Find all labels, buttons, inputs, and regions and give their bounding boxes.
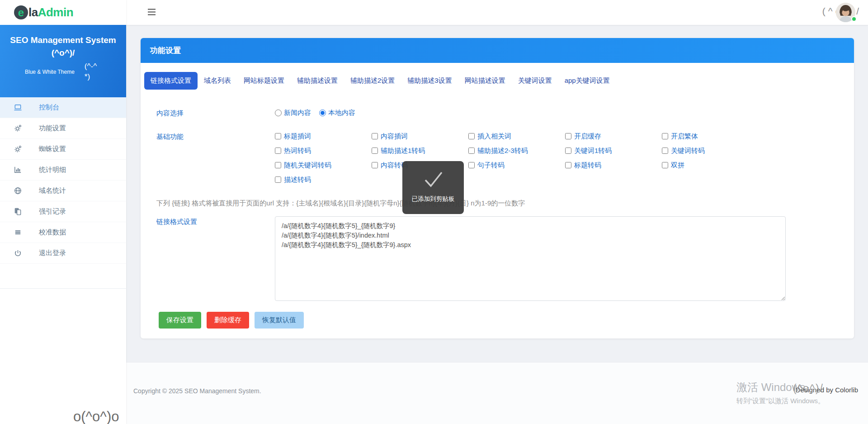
content-select-label: 内容选择 [156,109,184,118]
basic-functions-label: 基础功能 [156,133,184,141]
brand-logo-text: laAdmin [28,5,73,19]
tab-aux-desc-3[interactable]: 辅助描述3设置 [401,72,458,90]
tab-aux-desc[interactable]: 辅助描述设置 [291,72,344,90]
checkbox-item[interactable]: 插入相关词 [468,132,565,141]
checkbox-item[interactable]: 内容插词 [372,132,468,141]
checkbox-input[interactable] [372,133,378,139]
checkbox-input[interactable] [372,162,378,168]
checkbox-input[interactable] [275,162,281,168]
topbar: (^o^)/ [126,0,868,25]
checkmark-icon [419,168,447,191]
brand-logo-icon: e [14,5,28,19]
checkbox-input[interactable] [662,162,668,168]
watermark-line2: 转到“设置”以激活 Windows。 [736,397,825,405]
menu-toggle-icon[interactable] [147,9,156,17]
tab-domain-list[interactable]: 域名列表 [198,72,237,90]
checkbox-item[interactable]: 辅助描述1转码 [372,146,468,155]
checkbox-item[interactable]: 句子转码 [468,161,565,170]
tab-link-format[interactable]: 链接格式设置 [144,72,198,90]
sidebar-item-domain-stats[interactable]: 域名统计 [0,181,126,201]
delete-cache-button[interactable]: 删除缓存 [207,312,249,329]
checkbox-input[interactable] [468,133,475,139]
clipboard-toast: 已添加到剪贴板 [402,161,464,214]
sidebar-banner: SEO Management System (^o^)/ Blue & Whit… [0,25,126,97]
gears-icon [14,124,23,133]
checkbox-item[interactable]: 描述转码 [275,175,372,184]
card-title: 功能设置 [141,38,854,63]
sidebar-item-force-index-records[interactable]: 强引记录 [0,201,126,222]
sidebar-item-calibrate-data[interactable]: 校准数据 [0,222,126,243]
sidebar-item-function-settings[interactable]: 功能设置 [0,118,126,139]
checkbox-item[interactable]: 辅助描述2-3转码 [468,146,565,155]
tab-keywords[interactable]: 关键词设置 [512,72,558,90]
laptop-icon [14,103,23,112]
checkbox-input[interactable] [275,176,281,183]
content-select-group: 新闻内容 本地内容 [275,109,355,117]
sidebar-menu: 控制台 功能设置 蜘蛛设置 统计明细 域名统计 [0,97,126,289]
checkbox-input[interactable] [275,133,281,139]
checkbox-input[interactable] [565,148,571,154]
sidebar: e laAdmin SEO Management System (^o^)/ B… [0,0,126,424]
checkbox-item[interactable]: 关键词1转码 [565,146,662,155]
theme-label: Blue & White Theme [25,69,75,82]
radio-local-content-input[interactable] [319,110,326,116]
link-format-textarea[interactable]: /a/{随机数字4}{随机数字5}_{随机数字9} /a/{随机数字4}{随机数… [275,216,786,301]
sidebar-item-dashboard[interactable]: 控制台 [0,97,126,118]
paste-icon [14,207,23,216]
checkbox-input[interactable] [565,133,571,139]
bar-chart-icon [14,166,23,174]
tab-app-keywords[interactable]: app关键词设置 [558,72,616,90]
radio-news-content[interactable]: 新闻内容 [275,109,311,117]
checkbox-input[interactable] [662,133,668,139]
list-icon [14,228,23,237]
settings-card: 功能设置 链接格式设置 域名列表 网站标题设置 辅助描述设置 辅助描述2设置 辅… [141,38,854,338]
gears-icon [14,145,23,153]
brand-logo[interactable]: e laAdmin [0,0,126,25]
checkbox-input[interactable] [468,162,475,168]
sidebar-bottom-kaomoji: o(^o^)o [73,409,119,424]
tab-site-title[interactable]: 网站标题设置 [237,72,291,90]
save-settings-button[interactable]: 保存设置 [159,312,201,329]
sidebar-item-stats-detail[interactable]: 统计明细 [0,160,126,181]
action-buttons: 保存设置 删除缓存 恢复默认值 [159,312,304,329]
sidebar-item-logout[interactable]: 退出登录 [0,243,126,264]
radio-local-content[interactable]: 本地内容 [319,109,355,117]
toast-message: 已添加到剪贴板 [412,195,455,203]
restore-defaults-button[interactable]: 恢复默认值 [255,312,304,329]
checkbox-input[interactable] [662,148,668,154]
power-icon [14,249,23,257]
tab-site-desc[interactable]: 网站描述设置 [458,72,512,90]
checkbox-input[interactable] [468,148,475,154]
basic-functions-grid: 标题插词 内容插词 插入相关词 开启缓存 开启繁体 热词转码 辅助描述1转码 辅… [275,132,759,184]
globe-icon [14,186,23,195]
banner-kaomoji: (^-^*) [85,62,102,82]
checkbox-item[interactable]: 开启缓存 [565,132,662,141]
site-title: SEO Management System (^o^)/ [6,34,120,59]
checkbox-item[interactable]: 热词转码 [275,146,372,155]
settings-tabs: 链接格式设置 域名列表 网站标题设置 辅助描述设置 辅助描述2设置 辅助描述3设… [144,72,854,90]
radio-news-content-input[interactable] [275,110,282,116]
checkbox-input[interactable] [565,162,571,168]
checkbox-item[interactable]: 双拼 [662,161,759,170]
checkbox-item[interactable]: 关键词转码 [662,146,759,155]
online-status-dot [851,16,857,22]
checkbox-item[interactable]: 标题插词 [275,132,372,141]
footer-kaomoji: (^o^)/ [793,382,824,395]
checkbox-item[interactable]: 开启繁体 [662,132,759,141]
link-format-label: 链接格式设置 [156,218,197,226]
checkbox-item[interactable]: 标题转码 [565,161,662,170]
sidebar-item-spider-settings[interactable]: 蜘蛛设置 [0,139,126,160]
checkbox-input[interactable] [275,148,281,154]
checkbox-input[interactable] [372,148,378,154]
checkbox-item[interactable]: 随机关键词转码 [275,161,372,170]
copyright-text: Copyright © 2025 SEO Management System. [133,387,261,395]
tab-aux-desc-2[interactable]: 辅助描述2设置 [344,72,401,90]
